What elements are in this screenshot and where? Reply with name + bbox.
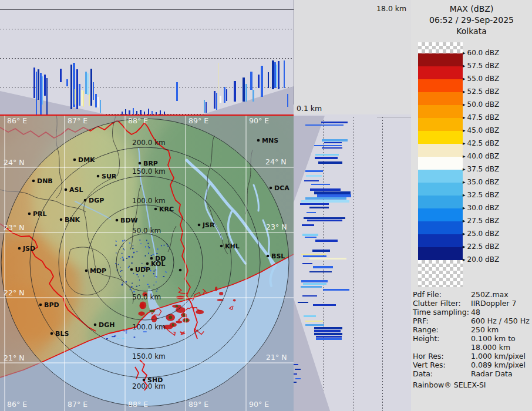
echo-bar [307, 220, 342, 221]
echo-bar [46, 78, 48, 115]
echo-bar [305, 237, 316, 238]
scale-band [418, 208, 463, 221]
color-scale [418, 42, 463, 287]
longitude-label: 86° E [7, 116, 27, 125]
range-ring-label: 100.0 km [132, 197, 166, 205]
station-label: BDW [120, 217, 138, 224]
scale-band [418, 66, 463, 79]
range-ring-label: 50.0 km [132, 293, 161, 301]
echo-bar [42, 76, 43, 105]
echo-bar [306, 175, 322, 177]
station-label: SHD [147, 376, 163, 384]
scale-band [418, 221, 463, 234]
latitude-label: 23° N [4, 223, 24, 232]
echo-bar [300, 203, 329, 205]
tick-arrow-icon: ▸ [463, 192, 466, 198]
echo-bar [322, 147, 342, 149]
scale-tick-label: ▸27.5 dBZ [463, 217, 499, 225]
profile-gridline [353, 117, 353, 411]
echo-bar [245, 84, 247, 102]
scale-tick-label: ▸35.0 dBZ [463, 178, 499, 186]
range-ring-label: 50.0 km [132, 227, 161, 235]
metadata-row: Pdf File:250Z.max [413, 290, 530, 299]
station-label: PRL [33, 210, 47, 218]
latitude-label: 21° N [266, 353, 287, 362]
metadata-row: Range:250 km [413, 325, 530, 334]
echo-bar [314, 333, 342, 335]
station-label: DNB [37, 177, 53, 185]
echo-bar [305, 170, 323, 172]
echo-bar [36, 72, 37, 115]
longitude-label: 90° E [249, 400, 269, 409]
scale-tick-label: ▸22.5 dBZ [463, 242, 499, 251]
echo-bar [97, 97, 99, 107]
station-label: BNK [65, 216, 80, 224]
tick-arrow-icon: ▸ [463, 114, 466, 120]
latitude-label: 24° N [4, 158, 24, 167]
legend-title-block: MAX (dBZ) 06:52 / 29-Sep-2025 Kolkata [411, 4, 532, 37]
echo-bar [298, 302, 308, 303]
metadata-label: Clutter Filter: [413, 299, 471, 308]
metadata-label: Hor Res: [413, 352, 471, 361]
echo-bar [76, 69, 78, 109]
station-label: MNS [262, 137, 278, 144]
echo-bar [315, 157, 338, 159]
echo-bar [303, 283, 326, 285]
echo-bar [304, 217, 345, 219]
echo-bar [268, 72, 269, 88]
height-min-label: 0.1 km [297, 104, 322, 113]
echo-bar [309, 207, 329, 208]
echo-bar [304, 180, 319, 181]
longitude-label: 90° E [249, 116, 269, 125]
echo-bar [66, 79, 68, 86]
software-branding: Rainbow® SELEX-SI [413, 380, 530, 390]
station-label: SUR [102, 173, 117, 180]
metadata-value: 250 km [471, 325, 530, 334]
profile-gridline [0, 58, 294, 59]
metadata-value: 600 Hz / 450 Hz [471, 316, 530, 325]
metadata-value: 18.000 km [471, 343, 530, 352]
echo-bar [224, 87, 225, 103]
metadata-value: 250Z.max [471, 290, 530, 299]
station-label: DCA [274, 184, 289, 192]
echo-bar [305, 321, 323, 322]
longitude-label: 87° E [68, 400, 87, 409]
scale-band [418, 144, 463, 157]
panel-divider-line [294, 0, 294, 105]
echo-bar [284, 60, 285, 88]
scale-band [418, 247, 463, 260]
echo-bar [89, 94, 90, 106]
longitude-label: 88° E [128, 400, 148, 409]
station-label: BPD [44, 301, 59, 309]
echo-bar [314, 145, 342, 146]
echo-bar [95, 94, 97, 107]
echo-bar [252, 90, 254, 102]
scale-band [418, 170, 463, 183]
echo-bar [302, 224, 314, 226]
echo-bar [216, 93, 217, 110]
range-ring-label: 100.0 km [132, 323, 166, 331]
metadata-row: 18.000 km [413, 343, 530, 352]
height-max-label: 18.0 km [376, 4, 406, 13]
profile-gridline [382, 117, 383, 411]
echo-bar [302, 263, 312, 264]
range-ring-label: 200.0 km [132, 139, 166, 147]
echo-bar [301, 286, 322, 288]
echo-bar [87, 73, 89, 95]
metadata-value: IIRDoppler 7 [471, 299, 530, 308]
tick-arrow-icon: ▸ [463, 218, 466, 224]
echo-bar [315, 154, 339, 156]
scale-band [418, 92, 463, 105]
scale-tick-label: ▸50.0 dBZ [463, 100, 499, 109]
profile-gridline [0, 29, 294, 29]
metadata-row: Clutter Filter:IIRDoppler 7 [413, 299, 530, 308]
tick-arrow-icon: ▸ [463, 140, 466, 146]
map-viewport[interactable]: 200.0 km150.0 km100.0 km50.0 km50.0 km10… [0, 114, 294, 411]
echo-bar [315, 240, 338, 242]
echo-bar [250, 72, 252, 90]
longitude-label: 89° E [188, 400, 208, 409]
station-label: KOL [151, 260, 165, 268]
echo-bar [70, 65, 72, 109]
tick-arrow-icon: ▸ [463, 166, 466, 172]
station-label: MDP [90, 267, 106, 275]
